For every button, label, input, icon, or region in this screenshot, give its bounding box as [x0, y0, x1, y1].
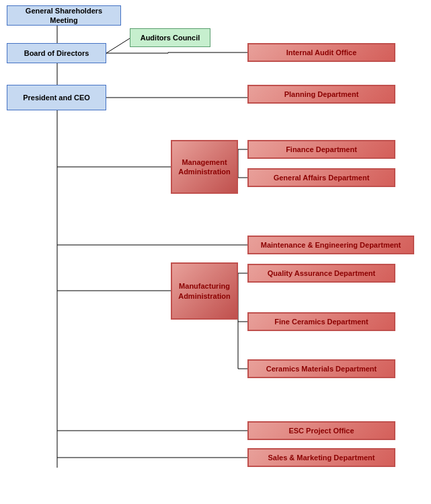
node-sales-mkt: Sales & Marketing Department [247, 448, 395, 467]
node-esc-project: ESC Project Office [247, 421, 395, 440]
node-board: Board of Directors [7, 43, 106, 63]
node-mfg-admin: Manufacturing Administration [171, 262, 238, 320]
node-general-affairs: General Affairs Department [247, 168, 395, 187]
node-president: President and CEO [7, 85, 106, 110]
node-mgmt-admin: Management Administration [171, 140, 238, 194]
svg-line-1 [106, 38, 130, 53]
node-planning: Planning Department [247, 85, 395, 104]
node-fine-ceramics: Fine Ceramics Department [247, 312, 395, 331]
node-finance: Finance Department [247, 140, 395, 159]
node-ceramics-mat: Ceramics Materials Department [247, 359, 395, 378]
node-shareholders: General Shareholders Meeting [7, 5, 121, 26]
org-chart: General Shareholders Meeting Auditors Co… [0, 0, 431, 504]
node-internal-audit: Internal Audit Office [247, 43, 395, 62]
node-auditors: Auditors Council [130, 28, 210, 47]
node-quality: Quality Assurance Department [247, 264, 395, 283]
node-maintenance: Maintenance & Engineering Department [247, 236, 414, 254]
